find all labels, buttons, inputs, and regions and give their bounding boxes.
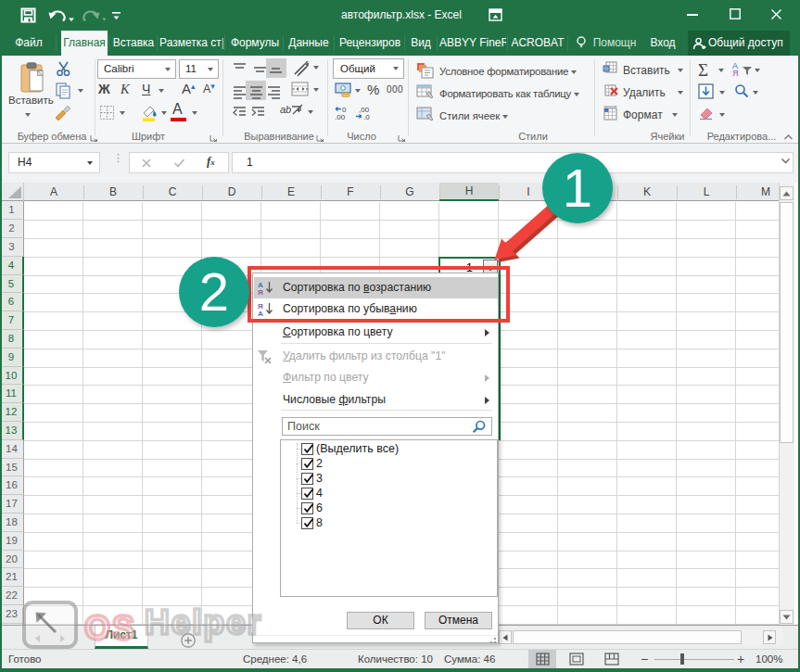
svg-text:,00: ,00 [335,113,346,120]
svg-text:,0: ,0 [363,113,370,120]
